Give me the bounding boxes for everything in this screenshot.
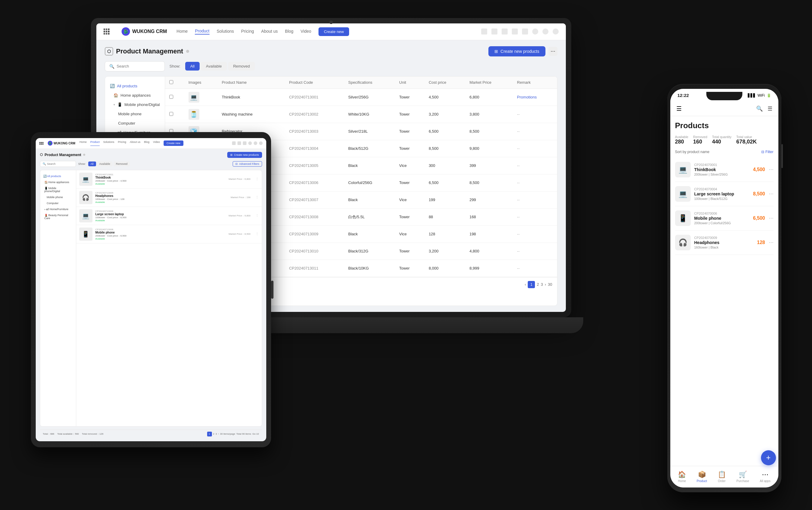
nav-about[interactable]: About us	[261, 29, 278, 34]
more-options-button[interactable]: ⋯	[548, 47, 557, 56]
phone-list-icon[interactable]: ☰	[767, 105, 772, 112]
prev-page-btn[interactable]: ‹	[525, 282, 526, 287]
phone-product-item[interactable]: 🎧 CP2024070009 Headphones 160tower | Bla…	[675, 230, 774, 255]
tablet-list-item[interactable]: 📱 CP20240713006 Mobile phone 200tower · …	[76, 225, 262, 244]
icon-settings[interactable]	[543, 29, 548, 34]
phone-item-more-btn[interactable]: ⋯	[769, 215, 774, 221]
tablet-page-3[interactable]: 3	[215, 432, 217, 435]
tablet-power-btn[interactable]	[271, 281, 273, 299]
tablet-sidebar-mobile-phone[interactable]: Mobile phone	[40, 194, 76, 200]
icon-settings2[interactable]	[502, 29, 508, 34]
tablet-list-item[interactable]: 💻 CP20240713006 Large screen laptop 100t…	[76, 207, 262, 225]
tablet-filter-removed[interactable]: Removed	[113, 162, 130, 166]
filter-removed[interactable]: Removed	[228, 62, 255, 70]
filter-all[interactable]: All	[185, 62, 200, 70]
page-3[interactable]: 3	[541, 282, 543, 287]
tablet-item-more[interactable]: ⋮	[254, 232, 259, 236]
tablet-sidebar-beauty[interactable]: 💄 Beauty Personal Care	[40, 212, 76, 221]
tablet-page-1[interactable]: 1	[207, 432, 212, 436]
phone-item-more-btn[interactable]: ⋯	[769, 239, 774, 245]
tablet-next-btn[interactable]: ›	[218, 432, 219, 435]
tablet-list-item[interactable]: 🎧 CP20240713005 Headphones 160tower · Co…	[76, 189, 262, 207]
tablet-sidebar-home-furniture[interactable]: ▸ 🛋 Home/Furniture	[40, 206, 76, 212]
tablet-item-more[interactable]: ⋮	[254, 177, 259, 181]
search-input[interactable]	[117, 64, 160, 68]
page-2[interactable]: 2	[537, 282, 539, 287]
phone-nav-product[interactable]: 📦 Product	[697, 471, 707, 483]
tablet-filter-all[interactable]: All	[88, 162, 96, 166]
tablet-product-name: Mobile phone	[95, 231, 226, 234]
phone-product-item[interactable]: 📱 CP2024070006 Mobile phone 200tower | C…	[675, 206, 774, 230]
phone-search-icon[interactable]: 🔍	[756, 105, 763, 112]
phone-nav-allapps[interactable]: ⋯ All apps	[760, 471, 771, 483]
t-icon-4[interactable]	[248, 141, 252, 145]
sidebar-item-home-appliances[interactable]: 🏠 Home appliances	[105, 91, 165, 100]
nav-blog[interactable]: Blog	[285, 29, 293, 34]
tablet-sidebar-computer[interactable]: Computer	[40, 200, 76, 206]
tablet-nav-blog[interactable]: Blog	[144, 140, 149, 146]
tablet-item-more[interactable]: ⋮	[254, 195, 259, 199]
icon-profile[interactable]	[532, 29, 538, 34]
phone-menu-icon[interactable]: ☰	[676, 105, 682, 112]
row-checkbox[interactable]	[169, 95, 173, 99]
t-icon-3[interactable]	[243, 141, 246, 145]
tablet-advanced-filter-btn[interactable]: ⊟ Advanced Filters	[233, 161, 262, 167]
phone-side-button[interactable]	[781, 144, 783, 168]
grid-icon	[104, 29, 110, 34]
tablet-nav-about[interactable]: About us	[130, 140, 141, 146]
tablet-filter-available[interactable]: Available	[97, 162, 113, 166]
sidebar-item-mobile-phone[interactable]: Mobile phone	[105, 109, 165, 119]
t-icon-6[interactable]	[259, 141, 263, 145]
icon-user[interactable]	[553, 29, 559, 34]
product-remark-cell: Promotions	[513, 89, 557, 106]
tablet-nav-pricing[interactable]: Pricing	[118, 140, 126, 146]
tablet-nav-home[interactable]: Home	[80, 140, 87, 146]
sidebar-item-all-products[interactable]: 🔄 All products	[105, 81, 165, 91]
phone-nav-home[interactable]: 🏠 Home	[678, 471, 686, 483]
phone-filter-button[interactable]: ⊟ Filter	[761, 150, 774, 154]
icon-calendar[interactable]	[512, 29, 518, 34]
tablet-sidebar-all-products[interactable]: 🔄 All products	[40, 173, 76, 179]
phone-fab-button[interactable]: +	[761, 450, 776, 465]
tablet-item-more[interactable]: ⋮	[254, 214, 259, 218]
icon-dashboard[interactable]	[481, 29, 487, 34]
nav-product[interactable]: Product	[195, 29, 209, 34]
nav-pricing[interactable]: Pricing	[241, 29, 254, 34]
icon-reports[interactable]	[491, 29, 497, 34]
tablet-nav-video[interactable]: Video	[153, 140, 160, 146]
t-icon-1[interactable]	[232, 141, 236, 145]
sidebar-item-computer[interactable]: Computer	[105, 119, 165, 128]
tablet-search-input[interactable]	[47, 162, 73, 165]
tablet-page-2[interactable]: 2	[213, 432, 214, 435]
filter-available[interactable]: Available	[201, 62, 227, 70]
phone-nav-purchase[interactable]: 🛒 Purchase	[736, 471, 749, 483]
select-all-checkbox[interactable]	[169, 80, 173, 84]
tablet-list-item[interactable]: 💻 CP20240713001 ThinkBook 200tower · Cos…	[76, 170, 262, 189]
t-icon-5[interactable]	[254, 141, 257, 145]
phone-sort-label[interactable]: Sort by product name	[675, 150, 709, 154]
tablet-nav-product[interactable]: Product	[90, 140, 100, 146]
nav-solutions[interactable]: Solutions	[217, 29, 234, 34]
phone-nav-order[interactable]: 📋 Order	[718, 471, 726, 483]
tablet-search-icon: 🔍	[42, 162, 46, 165]
nav-home[interactable]: Home	[176, 29, 187, 34]
next-page-btn[interactable]: ›	[545, 282, 546, 287]
sidebar-item-mobile-digital[interactable]: ▾ 📱 Mobile phone/Digital	[105, 100, 165, 109]
tablet-sidebar-mobile-digital[interactable]: 📱 Mobile phone/Digital	[40, 185, 76, 194]
phone-product-item[interactable]: 💻 CP2024070004 Large screen laptop 100to…	[675, 182, 774, 206]
create-products-button[interactable]: ⊞ Create new products	[488, 46, 545, 56]
t-icon-2[interactable]	[237, 141, 241, 145]
navbar-create-button[interactable]: Create new	[319, 27, 349, 36]
phone-product-item[interactable]: 💻 CP2024070001 ThinkBook 200tower | Silv…	[675, 158, 774, 182]
tablet-sidebar-home-appliances[interactable]: 🏠 Home appliances	[40, 179, 76, 185]
phone-item-more-btn[interactable]: ⋯	[769, 167, 774, 172]
page-1[interactable]: 1	[528, 281, 535, 288]
icon-notification[interactable]	[522, 29, 528, 34]
phone-item-more-btn[interactable]: ⋯	[769, 191, 774, 197]
tablet-navbar-create-btn[interactable]: Create new	[164, 140, 183, 146]
tablet-nav-solutions[interactable]: Solutions	[103, 140, 114, 146]
last-page[interactable]: 30	[548, 282, 552, 287]
row-checkbox[interactable]	[169, 112, 173, 116]
nav-video[interactable]: Video	[300, 29, 311, 34]
tablet-create-products-button[interactable]: ⊞ Create new products	[227, 152, 262, 158]
